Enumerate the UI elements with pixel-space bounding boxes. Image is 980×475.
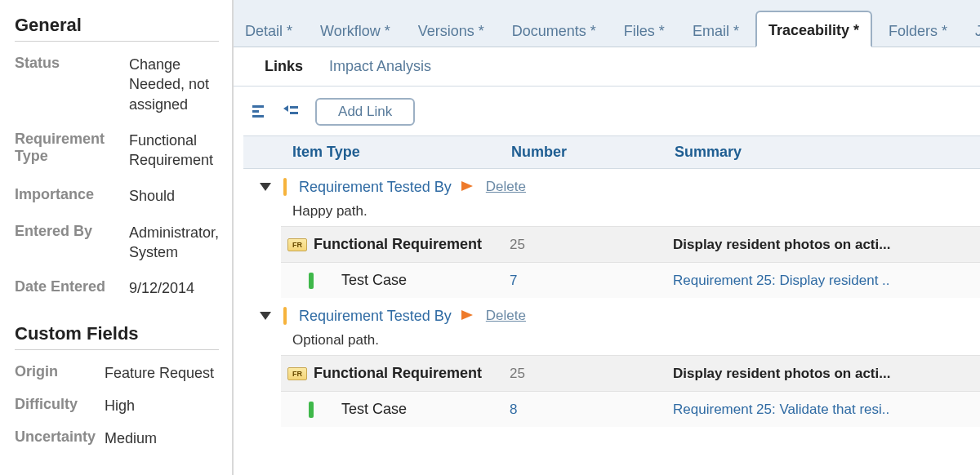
link-icon [279, 177, 291, 197]
item-type: Functional Requirement [314, 365, 510, 382]
links-table: Item Type Number Summary Requirement Tes… [243, 135, 980, 427]
item-number[interactable]: 8 [510, 402, 673, 418]
enteredby-label: Entered By [15, 223, 129, 240]
svg-rect-4 [290, 106, 298, 109]
svg-marker-3 [283, 105, 288, 112]
delete-link[interactable]: Delete [486, 179, 526, 195]
svg-marker-9 [461, 310, 473, 320]
item-number: 25 [510, 237, 673, 253]
origin-label: Origin [15, 363, 105, 380]
importance-value: Should [129, 186, 219, 206]
group-desc: Optional path. [292, 332, 980, 348]
tab-folders[interactable]: Folders * [877, 13, 959, 47]
indent-right-icon[interactable] [283, 103, 301, 121]
field-status: Status Change Needed, not assigned [15, 55, 219, 114]
uncertainty-value: Medium [105, 428, 219, 448]
tab-traceability[interactable]: Traceability * [755, 11, 872, 47]
status-value: Change Needed, not assigned [129, 55, 219, 114]
right-panel: Detail * Workflow * Versions * Documents… [234, 0, 980, 475]
svg-rect-8 [283, 307, 287, 325]
left-panel: General Status Change Needed, not assign… [0, 0, 234, 475]
item-summary: Display resident photos on acti... [673, 237, 980, 253]
reqtype-value: Functional Requirement [129, 131, 219, 171]
group-desc: Happy path. [292, 203, 980, 220]
reqtype-label: Requirement Type [15, 131, 129, 165]
link-icon [279, 306, 291, 326]
origin-value: Feature Request [105, 363, 219, 383]
item-type: Test Case [314, 401, 510, 418]
item-type: Functional Requirement [314, 236, 510, 253]
tab-jira[interactable]: Jira Is [964, 13, 980, 47]
tab-files[interactable]: Files * [612, 13, 676, 47]
table-head: Item Type Number Summary [243, 136, 980, 169]
expand-toggle[interactable] [260, 312, 271, 320]
svg-rect-0 [252, 105, 264, 108]
enteredby-value: Administrator, System [129, 223, 219, 263]
item-summary: Display resident photos on acti... [673, 366, 980, 382]
field-reqtype: Requirement Type Functional Requirement [15, 131, 219, 171]
dateentered-value: 9/12/2014 [129, 278, 219, 298]
fr-badge-icon: FR [281, 238, 314, 251]
th-summary[interactable]: Summary [675, 144, 980, 161]
subtabs-row: Links Impact Analysis [234, 47, 980, 87]
tab-versions[interactable]: Versions * [407, 13, 496, 47]
tab-documents[interactable]: Documents * [501, 13, 608, 47]
field-importance: Importance Should [15, 186, 219, 206]
table-row[interactable]: FR Functional Requirement 25 Display res… [281, 355, 980, 391]
item-type: Test Case [314, 272, 510, 289]
expand-toggle[interactable] [260, 183, 271, 191]
svg-rect-2 [252, 115, 264, 118]
testcase-badge-icon [281, 402, 314, 418]
difficulty-value: High [105, 396, 219, 415]
tab-workflow[interactable]: Workflow * [309, 13, 402, 47]
svg-marker-7 [461, 181, 473, 191]
general-title: General [15, 15, 219, 42]
fr-badge-icon: FR [281, 367, 314, 380]
field-origin: Origin Feature Request [15, 363, 219, 383]
th-number[interactable]: Number [511, 144, 675, 161]
status-label: Status [15, 55, 129, 72]
links-toolbar: Add Link [234, 98, 980, 135]
tab-detail[interactable]: Detail * [234, 13, 304, 47]
field-enteredby: Entered By Administrator, System [15, 223, 219, 263]
table-row[interactable]: FR Functional Requirement 25 Display res… [281, 226, 980, 262]
svg-rect-6 [283, 178, 287, 196]
field-difficulty: Difficulty High [15, 396, 219, 415]
subtab-impact[interactable]: Impact Analysis [316, 50, 444, 83]
tabs-row: Detail * Workflow * Versions * Documents… [234, 0, 980, 47]
field-dateentered: Date Entered 9/12/2014 [15, 278, 219, 298]
indent-left-icon[interactable] [250, 103, 268, 121]
item-summary[interactable]: Requirement 25: Validate that resi.. [673, 402, 980, 418]
add-link-button[interactable]: Add Link [315, 98, 415, 126]
dateentered-label: Date Entered [15, 278, 129, 295]
tab-email[interactable]: Email * [681, 13, 751, 47]
field-uncertainty: Uncertainty Medium [15, 428, 219, 448]
item-number[interactable]: 7 [510, 273, 673, 289]
table-row[interactable]: Test Case 8 Requirement 25: Validate tha… [281, 391, 980, 427]
group-name-link[interactable]: Requirement Tested By [299, 308, 452, 325]
table-row[interactable]: Test Case 7 Requirement 25: Display resi… [281, 262, 980, 298]
th-item-type[interactable]: Item Type [243, 144, 511, 161]
svg-rect-1 [252, 110, 259, 113]
uncertainty-label: Uncertainty [15, 428, 105, 446]
difficulty-label: Difficulty [15, 396, 105, 413]
importance-label: Importance [15, 186, 129, 203]
delete-link[interactable]: Delete [486, 308, 526, 324]
subtab-links[interactable]: Links [252, 50, 316, 83]
custom-fields-title: Custom Fields [15, 323, 219, 350]
flag-icon [460, 309, 474, 323]
item-summary[interactable]: Requirement 25: Display resident .. [673, 273, 980, 289]
flag-icon [460, 180, 474, 194]
svg-rect-5 [290, 112, 298, 114]
group-name-link[interactable]: Requirement Tested By [299, 179, 452, 196]
item-number: 25 [510, 366, 673, 382]
group-header: Requirement Tested By Delete [243, 298, 980, 329]
testcase-badge-icon [281, 273, 314, 289]
group-header: Requirement Tested By Delete [243, 169, 980, 200]
content-area: Add Link Item Type Number Summary Requir… [234, 87, 980, 475]
